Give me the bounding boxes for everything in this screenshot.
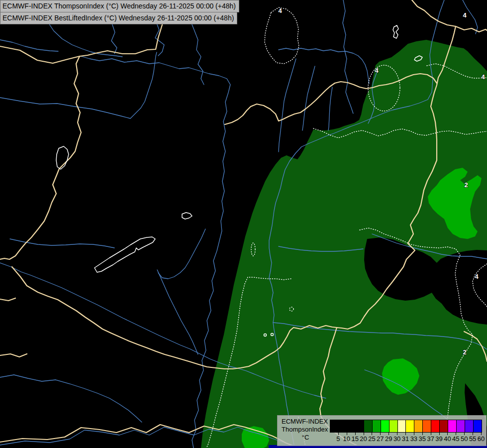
contour-label: 4 (463, 11, 467, 19)
contour-label: 4 (375, 67, 379, 74)
colorbar-cell (406, 420, 414, 432)
colorbar-cell (423, 420, 431, 432)
legend-titles: ECMWF-INDEX ThompsonIndex °C (282, 418, 329, 442)
colorbar-cell (364, 420, 373, 432)
legend-model-name: ECMWF-INDEX (282, 418, 329, 426)
weather-map-page: 4444242 ECMWF-INDEX ThompsonIndex (°C) W… (0, 0, 487, 448)
colorbar-tick-label: 60 (478, 436, 485, 443)
colorbar-tick-label: 55 (469, 436, 476, 443)
colorbar-cell (339, 420, 347, 432)
colorbar-cell (381, 420, 390, 432)
colorbar-cell (448, 420, 457, 432)
colorbar-cell (398, 420, 406, 432)
colorbar-cell (373, 420, 381, 432)
contour-label: 2 (463, 348, 466, 356)
colorbar-tick-label: 37 (427, 436, 434, 443)
contour-label: 4 (278, 7, 282, 14)
colorbar-tick-label: 10 (343, 436, 350, 443)
weather-map: 4444242 (0, 0, 487, 448)
header-text: ECMWF-INDEX BestLiftedIndex (°C) Wednesd… (2, 14, 234, 22)
colorbar-tick-label: 5 (336, 436, 340, 443)
contour-label: 2 (464, 181, 468, 189)
colorbar-tick-label: 35 (419, 436, 426, 443)
colorbar-tick-label: 45 (452, 436, 459, 443)
colorbar-tick-label: 29 (385, 436, 392, 443)
colorbar-tick-label: 39 (435, 436, 442, 443)
colorbar-cell (356, 420, 364, 432)
colorbar-tick-label: 30 (393, 436, 400, 443)
colorbar-tick-label: 31 (402, 436, 409, 443)
colorbar-tick-label: 40 (444, 436, 451, 443)
colorbar-cell (347, 420, 356, 432)
contour-label: 4 (475, 273, 479, 280)
header-text: ECMWF-INDEX ThompsonIndex (°C) Wednesday… (2, 2, 236, 10)
colorbar-cell (440, 420, 448, 432)
legend-index-name: ThompsonIndex (282, 426, 329, 434)
colorbar-cell (474, 420, 482, 432)
header-line-thompson-index: ECMWF-INDEX ThompsonIndex (°C) Wednesday… (0, 0, 239, 12)
colorbar-tick-label: 27 (377, 436, 384, 443)
colorbar-cells (330, 420, 482, 433)
colorbar-tick-label: 33 (410, 436, 417, 443)
colorbar-cell (414, 420, 423, 432)
colorbar-cell (431, 420, 440, 432)
colorbar-tick-label: 20 (360, 436, 367, 443)
contour-label: 4 (481, 73, 485, 81)
colorbar-tick-label: 15 (351, 436, 358, 443)
colorbar-cell (465, 420, 474, 432)
header-line-best-lifted-index: ECMWF-INDEX BestLiftedIndex (°C) Wednesd… (0, 12, 237, 24)
colorbar-cell (390, 420, 398, 432)
colorbar-tick-label: 50 (461, 436, 468, 443)
colorbar-cell (457, 420, 465, 432)
legend-units: °C (282, 434, 329, 442)
legend: ECMWF-INDEX ThompsonIndex °C 51015202527… (277, 415, 487, 446)
colorbar-cell (330, 420, 339, 432)
colorbar-tick-label: 25 (368, 436, 375, 443)
colorbar: 51015202527293031333537394045505560 (330, 420, 482, 444)
